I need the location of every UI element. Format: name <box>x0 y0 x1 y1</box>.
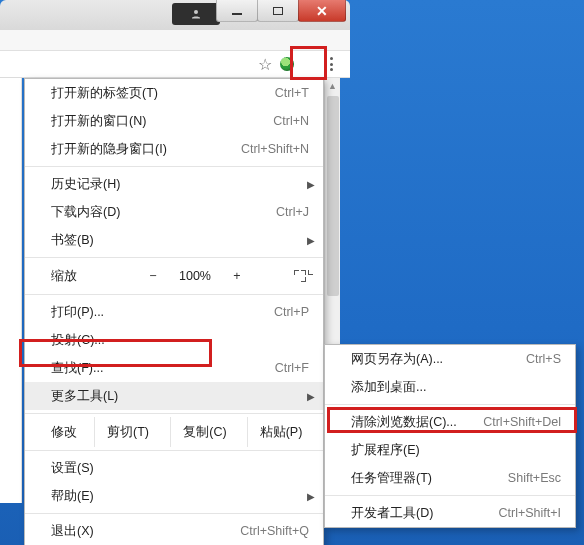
profile-button[interactable] <box>172 3 220 25</box>
close-button[interactable]: ✕ <box>298 0 346 22</box>
chrome-main-menu: 打开新的标签页(T)Ctrl+T 打开新的窗口(N)Ctrl+N 打开新的隐身窗… <box>24 78 324 545</box>
menu-separator <box>25 513 323 514</box>
menuitem-help[interactable]: 帮助(E)▶ <box>25 482 323 510</box>
zoom-label: 缩放 <box>25 268 135 285</box>
maximize-icon <box>273 7 283 15</box>
menuitem-task-manager[interactable]: 任务管理器(T)Shift+Esc <box>325 464 575 492</box>
menu-separator <box>25 294 323 295</box>
menu-separator <box>25 413 323 414</box>
scroll-up-icon[interactable]: ▲ <box>325 78 340 94</box>
svg-point-0 <box>194 10 198 14</box>
menu-separator <box>325 495 575 496</box>
zoom-in-button[interactable]: + <box>219 269 255 283</box>
menuitem-clear-browsing-data[interactable]: 清除浏览数据(C)...Ctrl+Shift+Del <box>325 408 575 436</box>
close-icon: ✕ <box>316 4 328 18</box>
submenu-arrow-icon: ▶ <box>307 179 315 190</box>
bookmark-star-icon[interactable]: ☆ <box>258 55 272 74</box>
page-content-sliver <box>0 78 22 503</box>
submenu-arrow-icon: ▶ <box>307 391 315 402</box>
toolbar: ☆ <box>0 50 350 78</box>
menuitem-bookmarks[interactable]: 书签(B)▶ <box>25 226 323 254</box>
maximize-button[interactable] <box>257 0 299 22</box>
zoom-out-button[interactable]: − <box>135 269 171 283</box>
submenu-arrow-icon: ▶ <box>307 235 315 246</box>
menuitem-new-tab[interactable]: 打开新的标签页(T)Ctrl+T <box>25 79 323 107</box>
more-tools-submenu: 网页另存为(A)...Ctrl+S 添加到桌面... 清除浏览数据(C)...C… <box>324 344 576 528</box>
zoom-percent: 100% <box>171 269 219 283</box>
user-icon <box>190 8 202 20</box>
menuitem-settings[interactable]: 设置(S) <box>25 454 323 482</box>
menuitem-add-to-desktop[interactable]: 添加到桌面... <box>325 373 575 401</box>
menuitem-incognito[interactable]: 打开新的隐身窗口(I)Ctrl+Shift+N <box>25 135 323 163</box>
browser-toolbar-area: ☆ <box>0 30 350 78</box>
menu-button[interactable] <box>322 54 340 74</box>
menuitem-history[interactable]: 历史记录(H)▶ <box>25 170 323 198</box>
menu-separator <box>25 257 323 258</box>
edit-label: 修改 <box>25 417 95 447</box>
menu-separator <box>25 166 323 167</box>
menu-separator <box>325 404 575 405</box>
menuitem-print[interactable]: 打印(P)...Ctrl+P <box>25 298 323 326</box>
menuitem-more-tools[interactable]: 更多工具(L)▶ <box>25 382 323 410</box>
edit-paste[interactable]: 粘贴(P) <box>248 417 323 447</box>
minimize-button[interactable] <box>216 0 258 22</box>
menuitem-developer-tools[interactable]: 开发者工具(D)Ctrl+Shift+I <box>325 499 575 527</box>
menuitem-zoom-row: 缩放 − 100% + <box>25 261 323 291</box>
menuitem-find[interactable]: 查找(F)...Ctrl+F <box>25 354 323 382</box>
menuitem-downloads[interactable]: 下载内容(D)Ctrl+J <box>25 198 323 226</box>
menuitem-save-page-as[interactable]: 网页另存为(A)...Ctrl+S <box>325 345 575 373</box>
menuitem-edit-row: 修改 剪切(T) 复制(C) 粘贴(P) <box>25 417 323 447</box>
menuitem-exit[interactable]: 退出(X)Ctrl+Shift+Q <box>25 517 323 545</box>
edit-cut[interactable]: 剪切(T) <box>95 417 171 447</box>
edit-copy[interactable]: 复制(C) <box>171 417 247 447</box>
menuitem-new-window[interactable]: 打开新的窗口(N)Ctrl+N <box>25 107 323 135</box>
menu-separator <box>25 450 323 451</box>
scrollbar-thumb[interactable] <box>327 96 339 296</box>
extension-globe-icon[interactable] <box>280 57 294 71</box>
submenu-arrow-icon: ▶ <box>307 491 315 502</box>
window-titlebar: ✕ <box>0 0 350 30</box>
minimize-icon <box>232 13 242 15</box>
menuitem-extensions[interactable]: 扩展程序(E) <box>325 436 575 464</box>
fullscreen-button[interactable] <box>293 268 313 284</box>
menuitem-cast[interactable]: 投射(C)... <box>25 326 323 354</box>
